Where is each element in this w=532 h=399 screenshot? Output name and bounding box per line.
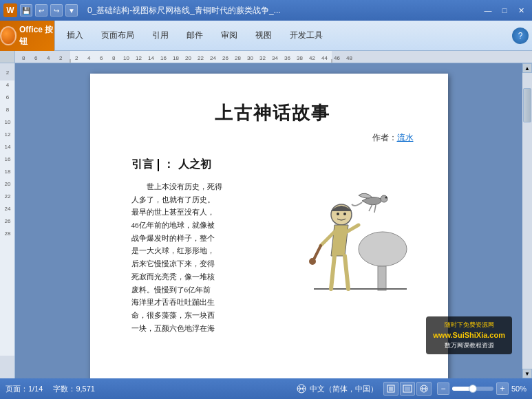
fullscreen-icon (403, 385, 412, 393)
svg-text:6: 6 (34, 55, 38, 61)
scroll-up-btn[interactable]: ▲ (522, 63, 532, 73)
section-title: 引言 ： 人之初 (131, 158, 414, 172)
title-bar-right: — □ ✕ (480, 4, 529, 17)
svg-text:8: 8 (22, 55, 25, 61)
ruler-h-content: 8 6 4 2 2 4 6 8 10 12 14 16 18 20 22 24 … (15, 51, 532, 63)
svg-text:46: 46 (334, 55, 340, 61)
office-orb-icon (0, 26, 17, 45)
svg-text:12: 12 (5, 131, 11, 138)
maximize-btn[interactable]: □ (497, 4, 512, 17)
svg-text:14: 14 (5, 144, 11, 150)
tab-insert[interactable]: 插入 (58, 26, 92, 45)
view-print-btn[interactable] (383, 382, 398, 396)
svg-text:12: 12 (136, 55, 142, 61)
quick-redo-btn[interactable]: ↪ (50, 4, 63, 17)
svg-text:42: 42 (309, 55, 315, 61)
svg-point-51 (337, 213, 339, 215)
svg-text:22: 22 (198, 55, 204, 61)
window-title: 0_基础结构-视图标尺网格线_青铜时代的蕨类战争_... (87, 5, 281, 17)
svg-point-60 (385, 197, 387, 199)
language-text: 中文（简体，中国） (310, 384, 378, 394)
help-button[interactable]: ? (512, 28, 529, 44)
svg-text:2: 2 (75, 55, 78, 61)
section-title-text: 引言 (131, 158, 153, 172)
svg-text:36: 36 (284, 55, 290, 61)
tab-developer[interactable]: 开发工具 (281, 26, 331, 45)
minimize-btn[interactable]: — (480, 4, 496, 17)
svg-text:26: 26 (5, 218, 11, 224)
svg-text:16: 16 (5, 156, 11, 162)
tab-view[interactable]: 视图 (247, 26, 280, 45)
scroll-thumb[interactable] (523, 88, 531, 122)
svg-text:22: 22 (5, 193, 11, 200)
watermark-line1: 随时下免费资源网 (433, 321, 505, 330)
tab-mail[interactable]: 邮件 (178, 26, 211, 45)
svg-rect-48 (378, 266, 386, 290)
tab-page-layout[interactable]: 页面布局 (93, 26, 142, 45)
svg-text:4: 4 (47, 55, 50, 61)
scroll-down-btn[interactable]: ▼ (522, 369, 532, 378)
watermark: 随时下免费资源网 www.SuiShiXia.com 数万网课教程资源 (426, 316, 512, 355)
svg-text:4: 4 (6, 82, 10, 88)
svg-text:20: 20 (185, 55, 191, 61)
office-button-label: Office 按钮 (19, 24, 54, 47)
document-body: 世上本没有历史，死得 人多了，也就有了历史。 最早的世上甚至没有人， 46亿年前… (131, 180, 414, 334)
scroll-track[interactable] (522, 73, 532, 369)
quick-save-btn[interactable]: 💾 (20, 4, 32, 17)
zoom-slider-thumb[interactable] (469, 385, 477, 393)
watermark-line3: 数万网课教程资源 (433, 341, 505, 351)
author-name: 流水 (397, 133, 414, 142)
tab-review[interactable]: 审阅 (213, 26, 246, 45)
watermark-site: www.SuiShiXia.com (433, 330, 505, 341)
tab-references[interactable]: 引用 (144, 26, 177, 45)
svg-line-54 (345, 256, 348, 289)
ribbon: Office 按钮 插入 页面布局 引用 邮件 审阅 视图 开发工具 ? (0, 21, 532, 51)
svg-text:8: 8 (112, 55, 116, 61)
svg-text:18: 18 (173, 55, 179, 61)
svg-text:30: 30 (247, 55, 253, 61)
zoom-slider[interactable] (452, 387, 493, 391)
ribbon-tabs: 插入 页面布局 引用 邮件 审阅 视图 开发工具 (55, 21, 334, 50)
office-button[interactable]: Office 按钮 (0, 21, 55, 51)
svg-text:6: 6 (6, 94, 10, 100)
section-separator: ： (163, 158, 174, 172)
svg-text:10: 10 (123, 55, 129, 61)
document-title: 上古神话故事 (131, 101, 414, 125)
vertical-scrollbar[interactable]: ▲ ▼ (522, 63, 532, 378)
svg-text:28: 28 (235, 55, 241, 61)
section-subtitle-text: 人之初 (178, 158, 211, 172)
svg-text:34: 34 (272, 55, 278, 61)
svg-text:48: 48 (346, 55, 352, 61)
svg-text:4: 4 (87, 55, 91, 61)
svg-text:28: 28 (5, 230, 11, 237)
document-area[interactable]: 上古神话故事 作者：流水 引言 ： 人之初 世上本没有历史，死得 人多了，也就有… (15, 63, 522, 378)
view-web-btn[interactable] (416, 382, 432, 396)
zoom-out-btn[interactable]: − (437, 382, 449, 395)
quick-dropdown-btn[interactable]: ▼ (65, 4, 78, 17)
title-bar: W 💾 ↩ ↪ ▼ 0_基础结构-视图标尺网格线_青铜时代的蕨类战争_... —… (0, 0, 532, 21)
svg-line-61 (369, 204, 372, 211)
ruler-corner (0, 51, 15, 63)
document-image-column (304, 180, 414, 334)
horizontal-ruler: 8 6 4 2 2 4 6 8 10 12 14 16 18 20 22 24 … (0, 51, 532, 63)
document-author: 作者：流水 (131, 132, 414, 144)
svg-text:2: 2 (6, 69, 10, 76)
close-btn[interactable]: ✕ (513, 4, 529, 17)
body-text-1: 世上本没有历史，死得 人多了，也就有了历史。 最早的世上甚至没有人， 46亿年前… (131, 180, 293, 334)
zoom-in-btn[interactable]: + (496, 382, 509, 395)
main-area: 2 4 6 8 10 12 14 16 18 20 22 24 26 28 上古… (0, 63, 532, 378)
language-indicator[interactable]: 中文（简体，中国） (295, 384, 378, 394)
print-view-icon (386, 385, 396, 393)
page-info: 页面：1/14 (6, 384, 43, 394)
word-count: 字数：9,571 (53, 384, 95, 394)
svg-point-59 (381, 195, 387, 202)
svg-text:24: 24 (5, 206, 11, 212)
svg-point-52 (343, 213, 346, 215)
text-cursor (158, 159, 159, 171)
svg-text:24: 24 (210, 55, 216, 61)
view-fullscreen-btn[interactable] (400, 382, 415, 396)
language-icon (295, 384, 308, 393)
quick-undo-btn[interactable]: ↩ (35, 4, 47, 17)
svg-point-58 (309, 258, 316, 265)
svg-line-57 (314, 246, 321, 259)
